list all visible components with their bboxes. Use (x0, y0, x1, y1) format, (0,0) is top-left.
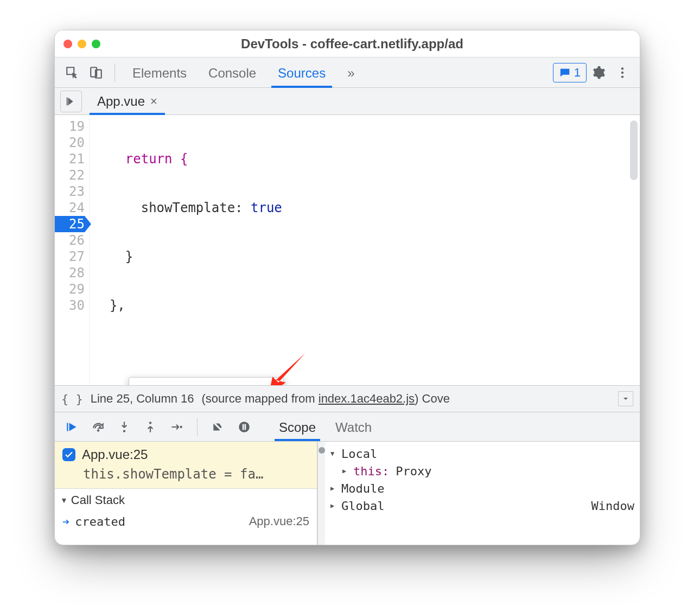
line-number[interactable]: 23 (55, 183, 85, 200)
window-titlebar: DevTools - coffee-cart.netlify.app/ad (55, 30, 640, 58)
code-token: showTemplate: (94, 200, 251, 215)
svg-point-2 (621, 67, 623, 69)
kebab-menu-icon[interactable] (610, 61, 634, 85)
file-tab-label: App.vue (97, 94, 145, 109)
disclosure-triangle-icon: ▶ (342, 467, 350, 475)
step-out-button[interactable] (138, 415, 162, 439)
breakpoint-location: App.vue:25 (82, 447, 148, 462)
code-area[interactable]: return { showTemplate: true } }, cre tru… (90, 115, 640, 385)
resume-button[interactable] (60, 415, 84, 439)
frame-location: App.vue:25 (249, 514, 309, 528)
line-gutter[interactable]: 19 20 21 22 23 24 25 26 27 28 29 30 (55, 115, 90, 385)
tabs-overflow[interactable]: » (336, 58, 365, 87)
scope-var-name: this (353, 464, 382, 478)
frame-function: created (75, 515, 125, 528)
scope-label: Module (341, 482, 384, 495)
settings-gear-icon[interactable] (587, 61, 610, 85)
scope-local[interactable]: ▼ Local (330, 445, 634, 462)
tab-console[interactable]: Console (198, 58, 267, 87)
window-close-button[interactable] (63, 40, 72, 48)
pretty-print-icon[interactable]: { } (61, 392, 83, 406)
close-tab-icon[interactable]: × (150, 94, 157, 109)
callstack-header[interactable]: ▼ Call Stack (55, 488, 317, 511)
svg-point-8 (123, 430, 125, 432)
svg-point-7 (97, 429, 99, 431)
svg-point-9 (149, 422, 151, 424)
file-tab-app-vue[interactable]: App.vue × (90, 88, 165, 114)
svg-rect-13 (245, 424, 246, 430)
tab-watch[interactable]: Watch (326, 413, 381, 441)
source-editor[interactable]: 19 20 21 22 23 24 25 26 27 28 29 30 retu… (55, 115, 640, 385)
pause-on-exceptions-button[interactable] (232, 415, 256, 439)
svg-rect-6 (67, 423, 68, 431)
tab-sources[interactable]: Sources (267, 58, 336, 87)
code-token: } (94, 249, 133, 264)
window-minimize-button[interactable] (78, 40, 86, 48)
tab-scope[interactable]: Scope (269, 413, 326, 441)
scope-var-value: Proxy (396, 464, 431, 478)
window-title: DevTools - coffee-cart.netlify.app/ad (106, 36, 631, 52)
code-token: true (251, 200, 282, 215)
step-button[interactable] (164, 415, 188, 439)
current-frame-icon: ➔ (62, 515, 69, 528)
traffic-lights (63, 40, 100, 48)
line-number[interactable]: 21 (55, 151, 85, 167)
annotation-arrow-icon (149, 332, 198, 381)
breakpoint-snippet: this.showTemplate = fa… (83, 467, 309, 482)
inspect-element-icon[interactable] (60, 61, 84, 85)
scope-var-value: Window (591, 499, 634, 513)
step-into-button[interactable] (112, 415, 136, 439)
scope-module[interactable]: ▶ Module (330, 480, 634, 497)
line-number[interactable]: 22 (55, 167, 85, 183)
code-token: return { (94, 151, 188, 167)
step-over-button[interactable] (86, 415, 110, 439)
execution-line-number[interactable]: 25 (55, 216, 85, 232)
scope-this[interactable]: ▶ this: Proxy (330, 462, 634, 480)
svg-rect-5 (67, 97, 68, 105)
cursor-position: Line 25, Column 16 (91, 392, 194, 406)
code-token: }, (94, 298, 125, 313)
statusbar-overflow-icon[interactable] (618, 391, 633, 406)
line-number[interactable]: 20 (55, 135, 85, 151)
issues-count: 1 (574, 66, 581, 80)
tab-elements[interactable]: Elements (122, 58, 198, 87)
scope-pane: ▼ Local ▶ this: Proxy ▶ Module ▶ Globa (325, 442, 640, 545)
pane-splitter[interactable] (317, 442, 325, 545)
devtools-window: DevTools - coffee-cart.netlify.app/ad El… (54, 30, 640, 545)
callstack-title: Call Stack (71, 493, 125, 507)
svg-point-11 (239, 422, 250, 432)
line-number[interactable]: 28 (55, 265, 85, 281)
disclosure-triangle-icon: ▶ (330, 484, 338, 492)
editor-status-bar: { } Line 25, Column 16 (source mapped fr… (55, 385, 640, 412)
callstack-frame[interactable]: ➔ created App.vue:25 (55, 511, 317, 532)
line-number[interactable]: 19 (55, 118, 85, 135)
svg-point-3 (621, 71, 623, 73)
debugger-toolbar: Scope Watch (55, 412, 640, 442)
line-number[interactable]: 24 (55, 200, 85, 216)
svg-point-10 (180, 425, 182, 428)
source-map-origin-link[interactable]: index.1ac4eab2.js (319, 392, 415, 405)
breakpoint-entry[interactable]: App.vue:25 this.showTemplate = fa… (55, 442, 317, 488)
breakpoint-checkbox[interactable] (62, 448, 75, 461)
toolbar-divider (197, 418, 198, 436)
callstack-pane: App.vue:25 this.showTemplate = fa… ▼ Cal… (55, 442, 317, 545)
source-map-prefix: (source mapped from (202, 392, 319, 405)
issues-badge[interactable]: 1 (553, 63, 587, 82)
deactivate-breakpoints-button[interactable] (206, 415, 230, 439)
line-number[interactable]: 29 (55, 281, 85, 297)
navigator-toggle-icon[interactable] (60, 91, 82, 112)
scope-global[interactable]: ▶ Global Window (330, 497, 634, 514)
chat-icon (559, 67, 571, 79)
window-zoom-button[interactable] (92, 40, 100, 48)
scope-label: Local (341, 447, 377, 461)
devtools-toolbar: Elements Console Sources » 1 (55, 58, 640, 88)
device-toggle-icon[interactable] (84, 61, 108, 85)
line-number[interactable]: 27 (55, 248, 85, 265)
line-number[interactable]: 30 (55, 297, 85, 314)
file-tabs-row: App.vue × (55, 88, 640, 115)
line-number[interactable]: 26 (55, 232, 85, 248)
debugger-bottom: App.vue:25 this.showTemplate = fa… ▼ Cal… (55, 442, 640, 545)
coverage-label: Cove (422, 392, 450, 405)
svg-rect-12 (243, 424, 244, 430)
disclosure-triangle-icon: ▶ (330, 502, 338, 509)
